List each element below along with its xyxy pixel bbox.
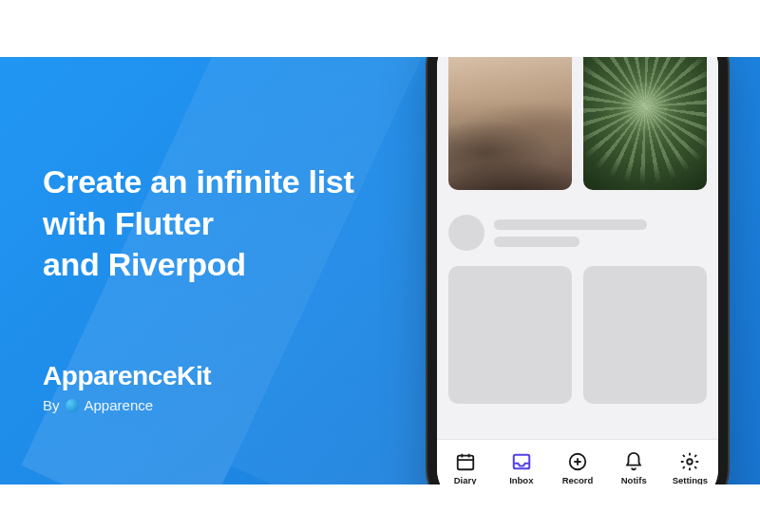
inbox-icon <box>511 451 532 472</box>
brand-block: ApparenceKit By Apparence <box>43 361 211 413</box>
skeleton-line <box>494 219 647 230</box>
nav-label: Record <box>562 475 594 485</box>
bell-icon <box>623 451 644 472</box>
skeleton-avatar <box>448 215 484 251</box>
promo-banner: Create an infinite list with Flutter and… <box>0 0 760 532</box>
nav-label: Diary <box>454 475 477 485</box>
nav-item-notifs[interactable]: Notifs <box>606 440 662 484</box>
plus-circle-icon <box>567 451 588 472</box>
headline-line: Create an infinite list <box>43 162 354 203</box>
headline-line: and Riverpod <box>43 244 354 286</box>
image-row <box>448 57 707 190</box>
banner-background: Create an infinite list with Flutter and… <box>0 57 760 484</box>
nav-item-settings[interactable]: Settings <box>662 440 718 484</box>
nav-item-diary[interactable]: Diary <box>437 440 493 484</box>
gear-icon <box>679 451 700 472</box>
feed-image-plant[interactable] <box>583 57 707 190</box>
feed-image-mountain[interactable] <box>448 57 572 190</box>
skeleton-card <box>583 266 707 404</box>
skeleton-cards <box>448 266 707 404</box>
nav-label: Inbox <box>509 475 533 485</box>
svg-rect-0 <box>457 455 473 469</box>
brand-kit-name: ApparenceKit <box>43 361 211 391</box>
nav-item-inbox[interactable]: Inbox <box>493 440 549 484</box>
bottom-nav: Diary Inbox Record <box>437 439 718 484</box>
phone-mockup: Diary Inbox Record <box>428 57 728 484</box>
nav-item-record[interactable]: Record <box>549 440 605 484</box>
brand-byline: By Apparence <box>43 397 211 413</box>
phone-screen: Diary Inbox Record <box>437 57 718 484</box>
nav-label: Notifs <box>621 475 647 485</box>
brand-by-prefix: By <box>43 397 60 413</box>
skeleton-header <box>448 215 707 251</box>
nav-label: Settings <box>673 475 708 485</box>
headline: Create an infinite list with Flutter and… <box>43 162 354 286</box>
svg-point-8 <box>688 459 694 465</box>
headline-line: with Flutter <box>43 203 354 245</box>
skeleton-line <box>494 237 580 247</box>
brand-company: Apparence <box>85 397 154 413</box>
skeleton-card <box>448 266 572 404</box>
calendar-icon <box>455 451 476 472</box>
apparence-logo-icon <box>66 399 79 412</box>
